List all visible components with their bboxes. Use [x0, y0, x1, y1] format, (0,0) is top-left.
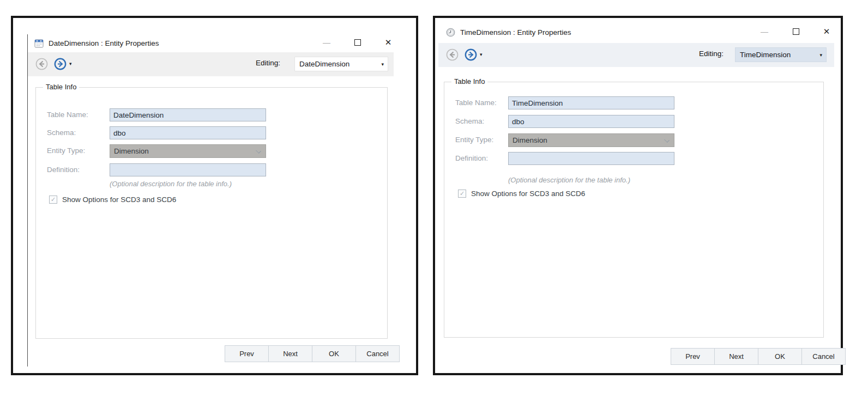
- editing-label: Editing:: [256, 59, 280, 67]
- editing-entity-value: DateDimension: [299, 60, 349, 68]
- entity-type-row: Entity Type: Dimension: [444, 133, 823, 146]
- entity-type-select[interactable]: Dimension: [508, 133, 674, 147]
- scd-options-checkbox-row: ✓ Show Options for SCD3 and SCD6: [49, 196, 176, 204]
- close-button[interactable]: ✕: [816, 23, 837, 40]
- screenshot-frame-left: DateDimension : Entity Properties — ✕: [11, 16, 418, 375]
- forward-dropdown-caret[interactable]: ▾: [69, 61, 72, 66]
- maximize-icon: [354, 39, 361, 46]
- entity-type-row: Entity Type: Dimension: [36, 144, 387, 157]
- next-button[interactable]: Next: [268, 345, 312, 362]
- scd-options-label: Show Options for SCD3 and SCD6: [471, 190, 585, 198]
- schema-label: Schema:: [47, 129, 76, 137]
- group-title: Table Info: [451, 77, 487, 86]
- definition-hint: (Optional description for the table info…: [508, 176, 630, 184]
- prev-button[interactable]: Prev: [671, 348, 715, 365]
- chevron-down-icon: [665, 138, 669, 142]
- navigation-toolbar: ▾ Editing: DateDimension ▾: [28, 52, 394, 76]
- close-button[interactable]: ✕: [377, 34, 399, 51]
- dropdown-caret-icon: ▾: [819, 52, 822, 58]
- maximize-button[interactable]: [347, 34, 369, 51]
- forward-dropdown-caret[interactable]: ▾: [480, 52, 483, 57]
- titlebar: DateDimension : Entity Properties — ✕: [28, 34, 409, 52]
- schema-label: Schema:: [455, 117, 484, 125]
- minimize-button[interactable]: —: [316, 34, 337, 51]
- scd-options-checkbox[interactable]: ✓: [458, 190, 466, 198]
- schema-input[interactable]: [110, 126, 266, 139]
- prev-button[interactable]: Prev: [225, 345, 269, 362]
- editing-entity-dropdown[interactable]: DateDimension ▾: [294, 57, 388, 71]
- table-info-group: Table Info Table Name: Schema: Entity Ty…: [35, 87, 388, 339]
- editing-entity-value: TimeDimension: [740, 51, 791, 59]
- definition-label: Definition:: [455, 154, 488, 162]
- table-name-row: Table Name:: [444, 96, 823, 109]
- titlebar: TimeDimension : Entity Properties — ✕: [435, 23, 841, 41]
- scd-options-checkbox[interactable]: ✓: [49, 196, 57, 204]
- minimize-button[interactable]: —: [754, 23, 775, 40]
- table-name-input[interactable]: [110, 108, 266, 121]
- dropdown-caret-icon: ▾: [381, 62, 384, 67]
- dialog-button-row: Prev Next OK Cancel: [671, 348, 846, 365]
- dialog-button-row: Prev Next OK Cancel: [225, 345, 400, 362]
- forward-arrow-button[interactable]: [54, 58, 67, 70]
- schema-input[interactable]: [508, 115, 674, 128]
- clock-icon: [446, 28, 455, 37]
- back-arrow-button[interactable]: [35, 58, 48, 70]
- maximize-button[interactable]: [785, 23, 807, 40]
- table-name-label: Table Name:: [455, 99, 497, 107]
- date-dimension-dialog: DateDimension : Entity Properties — ✕: [13, 18, 416, 373]
- definition-row: Definition:: [36, 163, 387, 176]
- entity-type-select[interactable]: Dimension: [110, 144, 266, 158]
- next-button[interactable]: Next: [714, 348, 758, 365]
- ok-button[interactable]: OK: [312, 345, 356, 362]
- entity-type-label: Entity Type:: [455, 136, 493, 144]
- ok-button[interactable]: OK: [758, 348, 802, 365]
- chevron-down-icon: [256, 149, 261, 153]
- dialog-title: TimeDimension : Entity Properties: [460, 28, 571, 36]
- navigation-toolbar: ▾ Editing: TimeDimension ▾: [438, 43, 834, 67]
- editing-label: Editing:: [699, 50, 724, 58]
- forward-arrow-button[interactable]: [465, 48, 477, 61]
- table-info-group: Table Info Table Name: Schema: Entity Ty…: [444, 82, 824, 338]
- time-dimension-dialog: TimeDimension : Entity Properties — ✕: [435, 18, 841, 373]
- definition-input[interactable]: [508, 152, 674, 165]
- entity-type-label: Entity Type:: [47, 146, 85, 155]
- definition-hint: (Optional description for the table info…: [110, 180, 232, 188]
- cancel-button[interactable]: Cancel: [355, 345, 400, 362]
- definition-row: Definition:: [444, 152, 823, 165]
- maximize-icon: [793, 28, 799, 35]
- definition-label: Definition:: [47, 166, 80, 174]
- back-arrow-button[interactable]: [446, 48, 459, 61]
- entity-type-value: Dimension: [513, 136, 547, 144]
- screenshot-frame-right: TimeDimension : Entity Properties — ✕: [433, 16, 843, 375]
- entity-type-value: Dimension: [114, 147, 149, 155]
- schema-row: Schema:: [36, 126, 387, 139]
- schema-row: Schema:: [444, 115, 823, 128]
- table-name-row: Table Name:: [36, 108, 387, 121]
- cancel-button[interactable]: Cancel: [801, 348, 846, 365]
- dialog-title: DateDimension : Entity Properties: [49, 39, 159, 47]
- scd-options-label: Show Options for SCD3 and SCD6: [62, 196, 176, 204]
- scd-options-checkbox-row: ✓ Show Options for SCD3 and SCD6: [458, 190, 585, 198]
- table-name-input[interactable]: [508, 96, 674, 109]
- definition-input[interactable]: [110, 163, 266, 176]
- editing-entity-dropdown[interactable]: TimeDimension ▾: [735, 47, 827, 62]
- group-title: Table Info: [43, 83, 79, 91]
- table-name-label: Table Name:: [47, 111, 88, 119]
- dialog-left-edge: [27, 34, 28, 367]
- calendar-icon: [34, 39, 44, 48]
